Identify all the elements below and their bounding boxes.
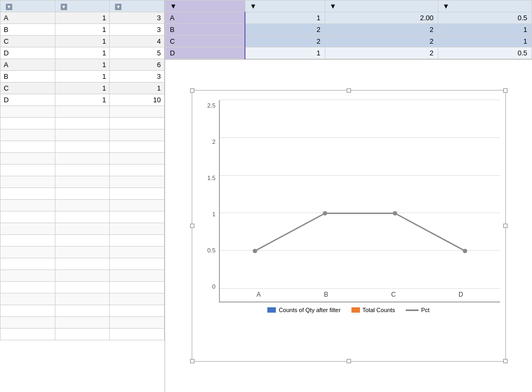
resize-left[interactable] bbox=[190, 224, 194, 228]
data-cell: D bbox=[1, 47, 55, 59]
left-panel: ▼ ▼ ▼ A13B13C14D15A16B13C11D110 bbox=[0, 0, 165, 392]
resize-bottomright[interactable] bbox=[503, 359, 508, 363]
data-cell: 1 bbox=[55, 83, 110, 94]
empty-cell bbox=[55, 211, 110, 223]
empty-cell bbox=[110, 235, 165, 247]
empty-cell bbox=[110, 165, 165, 176]
data-cell: 5 bbox=[110, 47, 165, 59]
pivot-counts-filter[interactable]: ▼ bbox=[250, 2, 257, 10]
y-axis-label: 2.5 bbox=[207, 102, 215, 109]
empty-cell bbox=[110, 211, 165, 223]
data-cell: 3 bbox=[110, 71, 165, 83]
pivot-cell: 2.00 bbox=[325, 12, 438, 24]
empty-cell bbox=[1, 211, 55, 223]
resize-bottomleft[interactable] bbox=[190, 359, 194, 363]
x-axis-label: C bbox=[360, 289, 428, 301]
empty-cell bbox=[1, 118, 55, 129]
pivot-col-pct[interactable]: ▼ bbox=[438, 1, 532, 12]
empty-cell bbox=[55, 165, 110, 176]
pivot-col-counts[interactable]: ▼ bbox=[245, 1, 325, 12]
qty-filter-btn[interactable]: ▼ bbox=[61, 4, 67, 10]
pivot-cell: 0.5 bbox=[438, 12, 532, 24]
resize-right[interactable] bbox=[503, 224, 508, 228]
pivot-cell: D bbox=[166, 47, 245, 59]
legend-swatch bbox=[351, 307, 360, 313]
empty-cell bbox=[110, 200, 165, 211]
empty-cell bbox=[110, 153, 165, 165]
empty-cell bbox=[55, 106, 110, 118]
data-cell: 10 bbox=[110, 94, 165, 106]
empty-cell bbox=[110, 317, 165, 329]
legend-label: Total Counts bbox=[363, 307, 395, 313]
spreadsheet-container: ▼ ▼ ▼ A13B13C14D15A16B13C11D110 bbox=[0, 0, 532, 392]
pivot-cell: 2 bbox=[245, 36, 325, 47]
pivot-groups-filter[interactable]: ▼ bbox=[170, 2, 177, 10]
empty-cell bbox=[1, 235, 55, 247]
empty-cell bbox=[55, 188, 110, 200]
pivot-cell: 0.5 bbox=[438, 47, 532, 59]
y-axis-label: 0.5 bbox=[207, 247, 215, 254]
right-panel: ▼ ▼ ▼ ▼ bbox=[165, 0, 532, 392]
resize-topleft[interactable] bbox=[190, 88, 194, 93]
data-cell: A bbox=[1, 59, 55, 71]
empty-cell bbox=[1, 200, 55, 211]
resize-topright[interactable] bbox=[503, 88, 508, 93]
data-cell: 1 bbox=[110, 83, 165, 94]
empty-cell bbox=[55, 282, 110, 293]
empty-cell bbox=[1, 129, 55, 141]
resize-top[interactable] bbox=[347, 88, 351, 93]
pivot-table: ▼ ▼ ▼ ▼ bbox=[165, 0, 532, 59]
col-header-condition[interactable]: ▼ bbox=[110, 1, 165, 12]
pivot-cell: 2 bbox=[325, 24, 438, 36]
resize-bottom[interactable] bbox=[347, 359, 351, 363]
empty-cell bbox=[55, 235, 110, 247]
data-cell: C bbox=[1, 83, 55, 94]
col-header-groups[interactable]: ▼ bbox=[1, 1, 55, 12]
pivot-pct-filter[interactable]: ▼ bbox=[443, 2, 449, 10]
pivot-cell: 1 bbox=[245, 47, 325, 59]
pivot-cell: 2 bbox=[245, 24, 325, 36]
empty-cell bbox=[110, 282, 165, 293]
pivot-col-total[interactable]: ▼ bbox=[325, 1, 438, 12]
pivot-cell: 1 bbox=[438, 36, 532, 47]
pivot-cell: 2 bbox=[325, 47, 438, 59]
empty-cell bbox=[55, 200, 110, 211]
chart-area: 2.521.510.50 ABCD Counts of Qty after fi… bbox=[165, 60, 532, 392]
empty-cell bbox=[55, 305, 110, 317]
data-cell: 4 bbox=[110, 36, 165, 47]
empty-cell bbox=[1, 141, 55, 153]
empty-cell bbox=[1, 223, 55, 235]
data-cell: B bbox=[1, 24, 55, 36]
chart-container[interactable]: 2.521.510.50 ABCD Counts of Qty after fi… bbox=[192, 90, 506, 362]
pivot-cell: A bbox=[166, 12, 245, 24]
data-cell: C bbox=[1, 36, 55, 47]
empty-cell bbox=[1, 176, 55, 188]
empty-cell bbox=[1, 317, 55, 329]
data-cell: 6 bbox=[110, 59, 165, 71]
empty-cell bbox=[55, 329, 110, 340]
col-header-qty[interactable]: ▼ bbox=[55, 1, 110, 12]
condition-filter-btn[interactable]: ▼ bbox=[115, 4, 121, 10]
pivot-cell: C bbox=[166, 36, 245, 47]
legend-item: Pct bbox=[406, 307, 430, 313]
empty-cell bbox=[55, 129, 110, 141]
x-axis-label: B bbox=[292, 289, 360, 301]
empty-cell bbox=[110, 247, 165, 258]
empty-cell bbox=[110, 176, 165, 188]
empty-cell bbox=[55, 153, 110, 165]
y-axis-label: 1 bbox=[212, 211, 215, 217]
data-cell: 1 bbox=[55, 24, 110, 36]
bars-container bbox=[220, 100, 500, 289]
empty-cell bbox=[1, 188, 55, 200]
legend-item: Total Counts bbox=[351, 307, 395, 313]
empty-cell bbox=[110, 329, 165, 340]
pivot-col-groups[interactable]: ▼ bbox=[166, 1, 245, 12]
groups-filter-btn[interactable]: ▼ bbox=[6, 4, 12, 10]
y-axis: 2.521.510.50 bbox=[198, 100, 219, 303]
y-axis-label: 2 bbox=[212, 138, 215, 145]
pivot-cell: 1 bbox=[245, 12, 325, 24]
data-cell: 3 bbox=[110, 12, 165, 24]
pivot-total-filter[interactable]: ▼ bbox=[330, 2, 337, 10]
chart-legend: Counts of Qty after filterTotal CountsPc… bbox=[198, 307, 500, 313]
empty-cell bbox=[55, 258, 110, 270]
